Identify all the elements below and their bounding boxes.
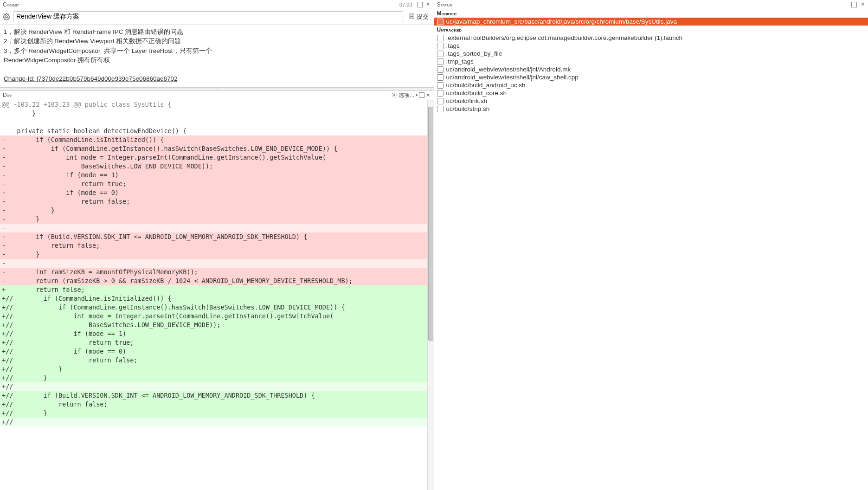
file-path: uc/build/link.sh xyxy=(446,97,488,104)
commit-message-line: Change-Id: I7370de22b0b579b649d00e939e75… xyxy=(4,74,430,84)
file-item[interactable]: uc/java/map_chromium_src/base/android/ja… xyxy=(434,18,868,26)
untracked-file-list: .externalToolBuilders/org.eclipse.cdt.ma… xyxy=(434,34,868,113)
file-item[interactable]: .tags_sorted_by_file xyxy=(434,50,868,58)
diff-options-label[interactable]: 选项... xyxy=(399,91,414,99)
horizontal-splitter[interactable] xyxy=(0,87,434,91)
file-item[interactable]: uc/build/link.sh xyxy=(434,97,868,105)
chevron-down-icon[interactable]: ▾ xyxy=(416,93,418,97)
file-path: .externalToolBuilders/org.eclipse.cdt.ma… xyxy=(446,34,683,41)
diff-scrollbar-thumb[interactable] xyxy=(428,107,433,341)
diff-line xyxy=(0,118,434,127)
file-item[interactable]: uc/android_webview/test/shell/jni/caw_sh… xyxy=(434,73,868,81)
svg-point-2 xyxy=(394,95,395,96)
diff-line: - } xyxy=(0,206,434,215)
file-item[interactable]: .externalToolBuilders/org.eclipse.cdt.ma… xyxy=(434,34,868,42)
diff-gear-icon[interactable] xyxy=(391,92,398,98)
commit-message-line: 2，解决创建新的 RenderView Viewport 相关数据不正确的问题 xyxy=(4,37,430,46)
diff-line: - if (mode == 1) xyxy=(0,171,434,180)
status-panel-title: Status xyxy=(437,1,452,8)
file-icon xyxy=(437,43,444,49)
diff-line: @@ -103,22 +103,23 @@ public class SysUt… xyxy=(0,100,434,109)
file-path: .tags xyxy=(446,42,460,49)
commit-message-line: 3，多个 RenderWidgetCompositor 共享一个 LayerTr… xyxy=(4,46,430,56)
file-icon xyxy=(437,82,444,89)
status-close-icon[interactable]: ✕ xyxy=(860,2,865,7)
diff-line: - xyxy=(0,259,434,268)
diff-line: - int ramSizeKB = amountOfPhysicalMemory… xyxy=(0,268,434,277)
file-path: uc/build/build_core.sh xyxy=(446,90,507,97)
diff-line: - return false; xyxy=(0,197,434,206)
commit-message-line: RenderWidgetCompositor 拥有所有权 xyxy=(4,56,430,65)
diff-line: - if (Build.VERSION.SDK_INT <= ANDROID_L… xyxy=(0,232,434,241)
diff-line: +// } xyxy=(0,365,434,374)
gear-icon[interactable] xyxy=(2,12,11,21)
commit-time: 07:00 xyxy=(398,2,414,7)
file-item[interactable]: uc/build/build_android_uc.sh xyxy=(434,81,868,89)
file-icon xyxy=(437,66,444,73)
file-item[interactable]: uc/build/build_core.sh xyxy=(434,89,868,97)
file-path: uc/android_webview/test/shell/jni/caw_sh… xyxy=(446,74,579,81)
diff-line: - } xyxy=(0,250,434,259)
file-path: .tmp_tags xyxy=(446,58,474,65)
diff-content[interactable]: @@ -103,22 +103,23 @@ public class SysUt… xyxy=(0,100,434,490)
file-item[interactable]: uc/build/strip.sh xyxy=(434,105,868,113)
diff-line: +// xyxy=(0,382,434,391)
diff-line: - if (CommandLine.isInitialized()) { xyxy=(0,135,434,144)
file-path: uc/java/map_chromium_src/base/android/ja… xyxy=(446,18,677,25)
diff-line: - } xyxy=(0,215,434,224)
file-item[interactable]: .tags xyxy=(434,42,868,50)
commit-panel-title: Commit xyxy=(3,1,19,8)
status-modified-label: Modified xyxy=(434,9,868,18)
diff-line: +// if (Build.VERSION.SDK_INT <= ANDROID… xyxy=(0,391,434,400)
file-item[interactable]: .tmp_tags xyxy=(434,58,868,65)
diff-line: - return (ramSizeKB > 0 && ramSizeKB / 1… xyxy=(0,277,434,285)
status-minimize-icon[interactable] xyxy=(851,2,857,7)
diff-line: } xyxy=(0,109,434,118)
diff-line: +// return false; xyxy=(0,400,434,409)
diff-close-icon[interactable]: ✕ xyxy=(425,92,431,98)
file-icon xyxy=(437,35,444,41)
file-icon xyxy=(437,58,444,65)
diff-line: +// } xyxy=(0,374,434,382)
diff-line: - return false; xyxy=(0,241,434,250)
commit-submit-icon xyxy=(408,13,415,21)
diff-line: - xyxy=(0,224,434,232)
diff-line: - if (CommandLine.getInstance().hasSwitc… xyxy=(0,144,434,153)
diff-line: - if (mode == 0) xyxy=(0,188,434,197)
diff-panel-title: Diff xyxy=(3,92,13,98)
commit-message-area[interactable]: 1，解决 RenderView 和 RenderFrame IPC 消息路由错误… xyxy=(0,25,434,87)
file-icon xyxy=(437,90,444,97)
diff-line: private static boolean detectLowEndDevic… xyxy=(0,127,434,135)
diff-minimize-icon[interactable] xyxy=(419,92,424,98)
commit-message-line xyxy=(4,65,430,74)
minimize-icon[interactable] xyxy=(417,2,423,7)
diff-line: +// if (mode == 1) xyxy=(0,329,434,338)
status-panel-header: Status ✕ xyxy=(434,0,868,9)
file-path: uc/build/strip.sh xyxy=(446,105,490,112)
file-icon xyxy=(437,74,444,81)
diff-line: +// if (mode == 0) xyxy=(0,347,434,356)
diff-line: - BaseSwitches.LOW_END_DEVICE_MODE)); xyxy=(0,162,434,171)
file-icon xyxy=(437,19,444,25)
diff-scrollbar[interactable] xyxy=(427,100,434,490)
diff-line: +// BaseSwitches.LOW_END_DEVICE_MODE)); xyxy=(0,321,434,329)
diff-line: +// if (CommandLine.isInitialized()) { xyxy=(0,294,434,303)
close-icon[interactable]: ✕ xyxy=(425,2,431,7)
file-icon xyxy=(437,106,444,112)
file-item[interactable]: uc/android_webview/test/shell/jni/Androi… xyxy=(434,65,868,73)
svg-point-0 xyxy=(6,16,7,18)
file-icon xyxy=(437,51,444,57)
commit-subject-input[interactable] xyxy=(13,11,403,22)
diff-line: +// xyxy=(0,418,434,426)
commit-submit-label: 提交 xyxy=(417,13,429,21)
file-path: uc/android_webview/test/shell/jni/Androi… xyxy=(446,66,571,73)
diff-line: +// } xyxy=(0,409,434,418)
diff-line: +// if (CommandLine.getInstance().hasSwi… xyxy=(0,303,434,312)
file-path: uc/build/build_android_uc.sh xyxy=(446,82,526,89)
diff-panel-header: Diff 选项... ▾ ✕ xyxy=(0,91,434,100)
commit-submit-button[interactable]: 提交 xyxy=(405,11,432,22)
file-path: .tags_sorted_by_file xyxy=(446,50,502,57)
status-untracked-label: Untracked xyxy=(434,26,868,34)
modified-file-list: uc/java/map_chromium_src/base/android/ja… xyxy=(434,18,868,26)
diff-line: +// return true; xyxy=(0,338,434,347)
